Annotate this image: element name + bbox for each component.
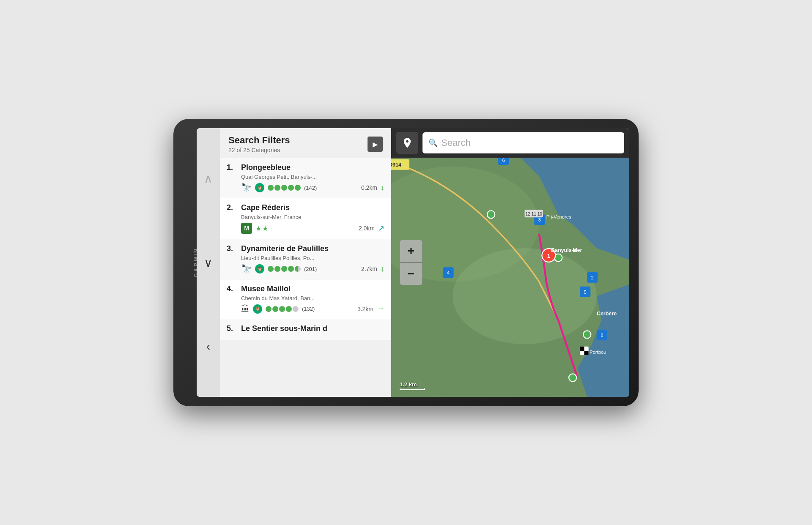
result-item-1[interactable]: 1. Plongeebleue Quai Georges Petit, Bany… (220, 158, 391, 198)
distance-1: 0.2km (361, 184, 377, 191)
result-item-2[interactable]: 2. Cape Réderis Banyuls-sur-Mer, France … (220, 198, 391, 239)
scale-line (400, 388, 425, 390)
result-2-name: Cape Réderis (241, 203, 290, 212)
rating-count-4: (132) (302, 306, 315, 312)
search-filters-header: Search Filters 22 of 25 Categories ▶ (220, 128, 391, 158)
svg-text:4: 4 (447, 270, 450, 275)
result-3-number: 3. (227, 244, 239, 253)
header-subtitle: 22 of 25 Categories (228, 147, 290, 153)
michelin-icon-2: M (241, 223, 252, 234)
result-4-meta: 🏛 🦉 (132) 3.2km → (241, 304, 384, 314)
result-item-3[interactable]: 3. Dynamiterie de Paulilles Lieu-dit Pau… (220, 239, 391, 279)
result-2-name-row: 2. Cape Réderis (227, 203, 384, 212)
header-title: Search Filters (228, 135, 290, 146)
svg-rect-35 (584, 351, 588, 355)
direction-arrow-4: → (377, 304, 384, 313)
direction-arrow-1: ↓ (381, 183, 384, 192)
tripadvisor-logo-3: 🦉 (255, 264, 264, 273)
result-4-number: 4. (227, 284, 239, 293)
search-placeholder: Search (441, 137, 471, 148)
rating-3 (268, 266, 301, 272)
result-2-number: 2. (227, 203, 239, 212)
result-3-name-row: 3. Dynamiterie de Paulilles (227, 244, 384, 253)
nav-arrows: ∧ ∨ ‹ (197, 128, 220, 397)
star-2: ★ (262, 224, 268, 232)
search-icon: 🔍 (428, 138, 438, 148)
result-1-name: Plongeebleue (241, 163, 291, 172)
svg-text:6: 6 (502, 158, 505, 163)
search-bar[interactable]: 🔍 Search (422, 132, 624, 153)
result-1-address: Quai Georges Petit, Banyuls-... (241, 174, 384, 180)
binoculars-icon-1: 🔭 (241, 183, 252, 193)
tripadvisor-logo-4: 🦉 (253, 304, 262, 314)
scale-bar: 1.2 km (400, 381, 425, 390)
results-list: 1. Plongeebleue Quai Georges Petit, Bany… (220, 158, 391, 397)
scale-label: 1.2 km (400, 381, 417, 388)
result-5-name-row: 5. Le Sentier sous-Marin d (227, 324, 384, 333)
svg-text:12 11 10: 12 11 10 (525, 212, 542, 216)
svg-text:Mer: Mer (573, 247, 582, 253)
map-panel: 🔍 Search (391, 128, 629, 397)
svg-text:Portbou: Portbou (590, 350, 606, 355)
zoom-in-button[interactable]: + (400, 240, 422, 262)
binoculars-icon-3: 🔭 (241, 264, 252, 274)
svg-point-20 (583, 331, 591, 338)
device: GARMIN ∧ ∨ ‹ Search Filters 22 of 25 Cat… (173, 119, 639, 406)
result-3-meta: 🔭 🦉 (201) 2.7km ↓ (241, 264, 384, 274)
svg-text:Cerbère: Cerbère (597, 311, 617, 317)
rating-count-1: (142) (304, 185, 317, 191)
result-3-name: Dynamiterie de Paulilles (241, 244, 329, 253)
result-1-name-row: 1. Plongeebleue (227, 163, 384, 172)
svg-text:D914: D914 (391, 162, 401, 168)
rating-4 (266, 306, 299, 312)
result-4-address: Chemin du Mas Xatard, Ban... (241, 295, 384, 301)
svg-point-21 (569, 374, 576, 381)
left-panel: ∧ ∨ ‹ Search Filters 22 of 25 Categories… (197, 128, 391, 397)
result-5-number: 5. (227, 324, 239, 333)
result-item-4[interactable]: 4. Musee Maillol Chemin du Mas Xatard, B… (220, 279, 391, 319)
map-zoom-controls: + − (400, 240, 422, 285)
rating-1 (268, 185, 301, 191)
museum-icon-4: 🏛 (241, 304, 250, 314)
tripadvisor-logo-1: 🦉 (255, 183, 264, 192)
down-arrow[interactable]: ∨ (204, 256, 213, 270)
location-button[interactable] (396, 132, 418, 154)
svg-text:5: 5 (584, 290, 587, 295)
rating-count-3: (201) (304, 266, 317, 272)
svg-text:3: 3 (538, 217, 541, 222)
star-1: ★ (255, 224, 261, 232)
result-2-address: Banyuls-sur-Mer, France (241, 214, 384, 220)
back-arrow[interactable]: ‹ (206, 340, 210, 353)
result-4-name: Musee Maillol (241, 284, 291, 293)
svg-text:P t-Vendres: P t-Vendres (546, 214, 571, 219)
svg-text:1: 1 (547, 253, 550, 259)
header-text-block: Search Filters 22 of 25 Categories (228, 135, 290, 153)
direction-arrow-2: ↗ (378, 224, 384, 233)
map-header: 🔍 Search (391, 128, 629, 158)
result-1-number: 1. (227, 163, 239, 172)
direction-arrow-3: ↓ (381, 265, 384, 273)
result-5-name: Le Sentier sous-Marin d (241, 324, 327, 333)
result-3-address: Lieu-dit Paulilles Polilles, Po... (241, 255, 384, 261)
rating-2: ★ ★ (255, 224, 268, 232)
map-background: D914 6 3 4 5 8 1 (391, 128, 629, 397)
result-item-5[interactable]: 5. Le Sentier sous-Marin d (220, 319, 391, 340)
svg-text:8: 8 (601, 333, 603, 338)
result-1-meta: 🔭 🦉 (142) 0.2km ↓ (241, 183, 384, 193)
svg-text:2: 2 (591, 275, 594, 280)
forward-arrow-btn[interactable]: ▶ (368, 137, 383, 152)
distance-3: 2.7km (361, 265, 377, 272)
up-arrow[interactable]: ∧ (204, 172, 213, 186)
result-4-name-row: 4. Musee Maillol (227, 284, 384, 293)
svg-point-18 (487, 211, 495, 218)
result-2-meta: M ★ ★ 2.0km ↗ (241, 223, 384, 234)
zoom-out-button[interactable]: − (400, 262, 422, 285)
svg-rect-34 (580, 347, 584, 351)
content-area: Search Filters 22 of 25 Categories ▶ 1. … (220, 128, 391, 397)
distance-2: 2.0km (359, 225, 375, 232)
screen: ∧ ∨ ‹ Search Filters 22 of 25 Categories… (197, 128, 629, 397)
distance-4: 3.2km (357, 306, 373, 312)
